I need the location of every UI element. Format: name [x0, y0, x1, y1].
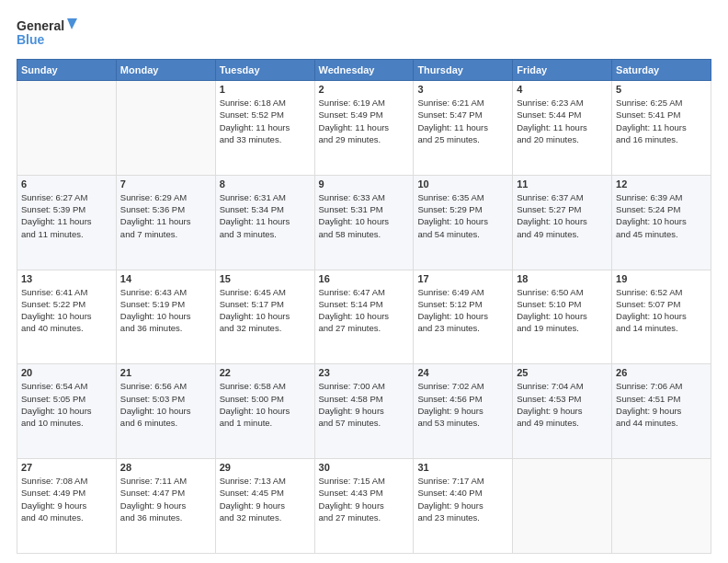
- day-info: Sunrise: 6:47 AM Sunset: 5:14 PM Dayligh…: [319, 286, 410, 335]
- calendar-day-cell: 9Sunrise: 6:33 AM Sunset: 5:31 PM Daylig…: [314, 175, 414, 270]
- calendar-day-cell: 4Sunrise: 6:23 AM Sunset: 5:44 PM Daylig…: [513, 81, 612, 176]
- day-info: Sunrise: 6:31 AM Sunset: 5:34 PM Dayligh…: [220, 191, 311, 240]
- day-info: Sunrise: 6:54 AM Sunset: 5:05 PM Dayligh…: [21, 380, 112, 429]
- calendar-day-cell: 19Sunrise: 6:52 AM Sunset: 5:07 PM Dayli…: [612, 270, 711, 364]
- day-info: Sunrise: 6:33 AM Sunset: 5:31 PM Dayligh…: [319, 191, 410, 240]
- day-number: 8: [220, 178, 311, 190]
- calendar-day-cell: 11Sunrise: 6:37 AM Sunset: 5:27 PM Dayli…: [513, 175, 612, 270]
- day-info: Sunrise: 6:25 AM Sunset: 5:41 PM Dayligh…: [616, 97, 707, 145]
- day-number: 25: [517, 367, 608, 378]
- day-info: Sunrise: 6:27 AM Sunset: 5:39 PM Dayligh…: [21, 191, 112, 240]
- weekday-header-wednesday: Wednesday: [314, 60, 414, 81]
- weekday-header-thursday: Thursday: [414, 60, 513, 81]
- svg-marker-2: [67, 18, 77, 29]
- day-number: 12: [616, 178, 707, 190]
- day-info: Sunrise: 6:45 AM Sunset: 5:17 PM Dayligh…: [220, 286, 311, 335]
- day-info: Sunrise: 6:49 AM Sunset: 5:12 PM Dayligh…: [417, 286, 508, 335]
- svg-text:Blue: Blue: [17, 32, 45, 47]
- calendar-day-cell: [17, 81, 117, 176]
- calendar-day-cell: 21Sunrise: 6:56 AM Sunset: 5:03 PM Dayli…: [116, 364, 215, 459]
- weekday-header-monday: Monday: [116, 60, 215, 81]
- calendar-day-cell: 1Sunrise: 6:18 AM Sunset: 5:52 PM Daylig…: [215, 81, 314, 176]
- calendar-day-cell: 20Sunrise: 6:54 AM Sunset: 5:05 PM Dayli…: [17, 364, 117, 459]
- day-number: 19: [616, 273, 707, 284]
- day-info: Sunrise: 6:18 AM Sunset: 5:52 PM Dayligh…: [220, 97, 311, 145]
- day-info: Sunrise: 7:11 AM Sunset: 4:47 PM Dayligh…: [120, 475, 211, 523]
- calendar-day-cell: 5Sunrise: 6:25 AM Sunset: 5:41 PM Daylig…: [612, 81, 711, 176]
- day-number: 15: [220, 273, 311, 284]
- day-number: 4: [517, 84, 608, 95]
- day-info: Sunrise: 6:39 AM Sunset: 5:24 PM Dayligh…: [616, 191, 707, 240]
- calendar-day-cell: 26Sunrise: 7:06 AM Sunset: 4:51 PM Dayli…: [612, 364, 711, 459]
- calendar-day-cell: 28Sunrise: 7:11 AM Sunset: 4:47 PM Dayli…: [116, 459, 215, 554]
- day-number: 26: [616, 367, 707, 378]
- weekday-header-row: SundayMondayTuesdayWednesdayThursdayFrid…: [17, 60, 711, 81]
- calendar-day-cell: 2Sunrise: 6:19 AM Sunset: 5:49 PM Daylig…: [314, 81, 414, 176]
- day-number: 10: [417, 178, 508, 190]
- calendar-table: SundayMondayTuesdayWednesdayThursdayFrid…: [17, 59, 711, 554]
- day-info: Sunrise: 7:00 AM Sunset: 4:58 PM Dayligh…: [319, 380, 410, 429]
- day-info: Sunrise: 6:23 AM Sunset: 5:44 PM Dayligh…: [517, 97, 608, 145]
- day-info: Sunrise: 6:50 AM Sunset: 5:10 PM Dayligh…: [517, 286, 608, 335]
- calendar-day-cell: 12Sunrise: 6:39 AM Sunset: 5:24 PM Dayli…: [612, 175, 711, 270]
- day-number: 31: [417, 462, 508, 473]
- day-info: Sunrise: 7:13 AM Sunset: 4:45 PM Dayligh…: [220, 475, 311, 523]
- day-info: Sunrise: 6:58 AM Sunset: 5:00 PM Dayligh…: [220, 380, 311, 429]
- day-info: Sunrise: 7:08 AM Sunset: 4:49 PM Dayligh…: [21, 475, 112, 523]
- calendar-day-cell: 13Sunrise: 6:41 AM Sunset: 5:22 PM Dayli…: [17, 270, 117, 364]
- calendar-day-cell: 16Sunrise: 6:47 AM Sunset: 5:14 PM Dayli…: [314, 270, 414, 364]
- calendar-day-cell: 10Sunrise: 6:35 AM Sunset: 5:29 PM Dayli…: [414, 175, 513, 270]
- day-info: Sunrise: 7:17 AM Sunset: 4:40 PM Dayligh…: [417, 475, 508, 523]
- calendar-day-cell: 29Sunrise: 7:13 AM Sunset: 4:45 PM Dayli…: [215, 459, 314, 554]
- day-number: 6: [21, 178, 112, 190]
- calendar-day-cell: 31Sunrise: 7:17 AM Sunset: 4:40 PM Dayli…: [414, 459, 513, 554]
- svg-text:General: General: [17, 18, 64, 33]
- day-number: 22: [220, 367, 311, 378]
- day-number: 13: [21, 273, 112, 284]
- calendar-day-cell: 25Sunrise: 7:04 AM Sunset: 4:53 PM Dayli…: [513, 364, 612, 459]
- calendar-week-row: 20Sunrise: 6:54 AM Sunset: 5:05 PM Dayli…: [17, 364, 711, 459]
- calendar-day-cell: 15Sunrise: 6:45 AM Sunset: 5:17 PM Dayli…: [215, 270, 314, 364]
- logo-svg: GeneralBlue: [17, 17, 81, 50]
- day-number: 27: [21, 462, 112, 473]
- calendar-day-cell: 3Sunrise: 6:21 AM Sunset: 5:47 PM Daylig…: [414, 81, 513, 176]
- calendar-day-cell: 7Sunrise: 6:29 AM Sunset: 5:36 PM Daylig…: [116, 175, 215, 270]
- day-number: 11: [517, 178, 608, 190]
- calendar-day-cell: 27Sunrise: 7:08 AM Sunset: 4:49 PM Dayli…: [17, 459, 117, 554]
- day-info: Sunrise: 6:35 AM Sunset: 5:29 PM Dayligh…: [417, 191, 508, 240]
- calendar-day-cell: [116, 81, 215, 176]
- day-info: Sunrise: 6:43 AM Sunset: 5:19 PM Dayligh…: [120, 286, 211, 335]
- logo: GeneralBlue: [17, 17, 81, 50]
- calendar-week-row: 1Sunrise: 6:18 AM Sunset: 5:52 PM Daylig…: [17, 81, 711, 176]
- day-info: Sunrise: 7:04 AM Sunset: 4:53 PM Dayligh…: [517, 380, 608, 429]
- day-info: Sunrise: 6:37 AM Sunset: 5:27 PM Dayligh…: [517, 191, 608, 240]
- weekday-header-sunday: Sunday: [17, 60, 117, 81]
- day-number: 20: [21, 367, 112, 378]
- day-info: Sunrise: 6:21 AM Sunset: 5:47 PM Dayligh…: [417, 97, 508, 145]
- day-number: 7: [120, 178, 211, 190]
- calendar-week-row: 6Sunrise: 6:27 AM Sunset: 5:39 PM Daylig…: [17, 175, 711, 270]
- weekday-header-friday: Friday: [513, 60, 612, 81]
- calendar-day-cell: 17Sunrise: 6:49 AM Sunset: 5:12 PM Dayli…: [414, 270, 513, 364]
- day-number: 21: [120, 367, 211, 378]
- calendar-day-cell: [612, 459, 711, 554]
- day-info: Sunrise: 6:41 AM Sunset: 5:22 PM Dayligh…: [21, 286, 112, 335]
- calendar-week-row: 27Sunrise: 7:08 AM Sunset: 4:49 PM Dayli…: [17, 459, 711, 554]
- day-number: 30: [319, 462, 410, 473]
- day-number: 28: [120, 462, 211, 473]
- day-number: 3: [417, 84, 508, 95]
- weekday-header-tuesday: Tuesday: [215, 60, 314, 81]
- calendar-day-cell: 30Sunrise: 7:15 AM Sunset: 4:43 PM Dayli…: [314, 459, 414, 554]
- calendar-day-cell: 18Sunrise: 6:50 AM Sunset: 5:10 PM Dayli…: [513, 270, 612, 364]
- day-number: 2: [319, 84, 410, 95]
- calendar-day-cell: 6Sunrise: 6:27 AM Sunset: 5:39 PM Daylig…: [17, 175, 117, 270]
- day-number: 23: [319, 367, 410, 378]
- day-info: Sunrise: 6:19 AM Sunset: 5:49 PM Dayligh…: [319, 97, 410, 145]
- day-info: Sunrise: 6:52 AM Sunset: 5:07 PM Dayligh…: [616, 286, 707, 335]
- day-number: 18: [517, 273, 608, 284]
- calendar-day-cell: 22Sunrise: 6:58 AM Sunset: 5:00 PM Dayli…: [215, 364, 314, 459]
- day-number: 17: [417, 273, 508, 284]
- day-info: Sunrise: 7:06 AM Sunset: 4:51 PM Dayligh…: [616, 380, 707, 429]
- day-number: 14: [120, 273, 211, 284]
- page-header: GeneralBlue: [17, 17, 711, 50]
